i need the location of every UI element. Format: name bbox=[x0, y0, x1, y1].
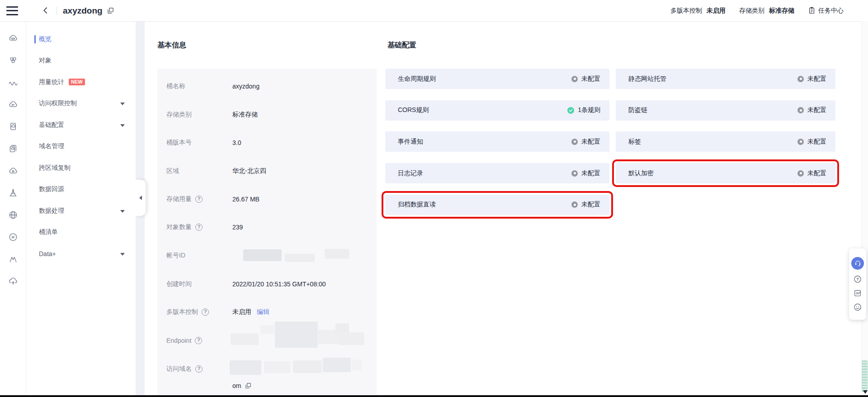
page-scrollbar-track[interactable] bbox=[862, 21, 868, 395]
sidebar-item-domain-management[interactable]: 域名管理 bbox=[26, 136, 136, 158]
info-row-value: 华北-北京四 bbox=[232, 167, 266, 175]
documents-icon[interactable] bbox=[8, 144, 18, 154]
obs-bucket-overview-page: { "header": { "title": "axyzdong", "vers… bbox=[0, 0, 868, 397]
config-card-event-notification[interactable]: 事件通知未配置 bbox=[385, 131, 609, 152]
config-status: 未配置 bbox=[571, 169, 600, 177]
feedback-form-icon[interactable] bbox=[853, 289, 862, 298]
status-not-configured-icon bbox=[797, 139, 804, 145]
svg-text:?: ? bbox=[856, 277, 859, 281]
info-row-object-count: 对象数量?239 bbox=[166, 222, 372, 232]
info-row-value: 2022/01/20 10:51:35 GMT+08:00 bbox=[232, 280, 326, 288]
sidebar-item-label: 概览 bbox=[39, 35, 52, 43]
page-scrollbar-thumb[interactable] bbox=[862, 360, 868, 392]
copy-domain-button[interactable] bbox=[245, 382, 252, 389]
redacted-blur bbox=[293, 360, 322, 373]
status-not-configured-icon bbox=[797, 107, 804, 113]
sidebar-item-label: 桶清单 bbox=[39, 228, 58, 236]
config-card-label: CORS规则 bbox=[398, 106, 429, 114]
basic-info-card: 桶名称axyzdong存储类别标准存储桶版本号3.0区域华北-北京四存储用量?2… bbox=[157, 69, 377, 397]
info-row-value-group: 标准存储 bbox=[232, 111, 258, 119]
cloud-document-icon[interactable] bbox=[8, 121, 18, 131]
config-card-label: 归档数据直读 bbox=[398, 201, 436, 209]
sidebar-item-cross-region-replication[interactable]: 跨区域复制 bbox=[26, 157, 136, 179]
task-center-label: 任务中心 bbox=[818, 7, 844, 15]
config-card-cors[interactable]: CORS规则1条规则 bbox=[385, 100, 609, 121]
config-card-archive-direct-read[interactable]: 归档数据直读未配置 bbox=[385, 195, 609, 215]
sidebar-item-data-plus[interactable]: Data+ bbox=[26, 243, 136, 265]
sidebar-item-metrics[interactable]: 用量统计NEW bbox=[26, 71, 136, 93]
back-button[interactable] bbox=[41, 6, 51, 16]
sidebar-item-back-to-source[interactable]: 数据回源 bbox=[26, 179, 136, 201]
status-not-configured-icon bbox=[797, 170, 804, 177]
help-icon[interactable]: ? bbox=[195, 196, 203, 203]
redacted-blur bbox=[243, 249, 282, 261]
info-row-label: 存储类别 bbox=[166, 111, 192, 119]
sidebar-item-basic-configurations[interactable]: 基础配置 bbox=[26, 114, 136, 136]
usage-waves-icon[interactable] bbox=[8, 77, 18, 87]
help-icon[interactable]: ? bbox=[195, 224, 203, 231]
help-icon[interactable]: ? bbox=[195, 365, 203, 373]
config-card-label: 日志记录 bbox=[398, 169, 423, 177]
help-icon[interactable]: ? bbox=[195, 337, 202, 344]
help-icon[interactable]: ? bbox=[202, 308, 209, 316]
info-row-label: 多版本控制 bbox=[166, 308, 198, 316]
info-row-value-group: axyzdong bbox=[232, 83, 259, 90]
config-card-label: 生命周期规则 bbox=[398, 75, 436, 83]
help-circle-icon[interactable]: ? bbox=[853, 275, 862, 284]
config-card-tags[interactable]: 标签未配置 bbox=[616, 131, 835, 152]
chevron-down-icon bbox=[120, 124, 125, 129]
status-not-configured-icon bbox=[571, 76, 578, 82]
info-row-label: 桶名称 bbox=[166, 82, 185, 90]
info-row-label: 存储用量 bbox=[166, 195, 192, 203]
task-center-button[interactable]: 任务中心 bbox=[808, 7, 844, 15]
config-card-logging[interactable]: 日志记录未配置 bbox=[385, 163, 609, 183]
cdn-icon[interactable] bbox=[8, 254, 18, 264]
svg-text:IP: IP bbox=[11, 236, 14, 239]
status-not-configured-icon bbox=[797, 76, 804, 82]
info-row-bucket-version: 桶版本号3.0 bbox=[166, 138, 372, 148]
smiley-icon[interactable] bbox=[853, 303, 862, 312]
config-card-label: 静态网站托管 bbox=[628, 75, 666, 83]
config-status: 未配置 bbox=[571, 75, 600, 83]
sidebar-collapse-handle[interactable] bbox=[136, 180, 146, 216]
config-card-default-encryption[interactable]: 默认加密未配置 bbox=[616, 163, 835, 183]
copy-bucket-name-button[interactable] bbox=[107, 7, 115, 15]
support-headset-icon[interactable] bbox=[851, 257, 864, 270]
config-card-referer-validation[interactable]: 防盗链未配置 bbox=[616, 100, 835, 121]
config-card-lifecycle[interactable]: 生命周期规则未配置 bbox=[385, 69, 609, 89]
resource-cluster-icon[interactable] bbox=[8, 55, 18, 65]
sidebar-item-permissions[interactable]: 访问权限控制 bbox=[26, 93, 136, 115]
info-row-storage-class: 存储类别标准存储 bbox=[166, 110, 372, 120]
chevron-down-icon bbox=[120, 253, 125, 258]
info-row-value-group: 华北-北京四 bbox=[232, 167, 266, 175]
cloud-media-icon[interactable] bbox=[8, 166, 18, 176]
sidebar-item-inventory[interactable]: 桶清单 bbox=[26, 222, 136, 243]
cloud-upload-icon[interactable] bbox=[8, 276, 18, 286]
sidebar-item-label: 数据回源 bbox=[39, 185, 64, 193]
status-not-configured-icon bbox=[571, 139, 578, 145]
versioning-label: 多版本控制 bbox=[670, 7, 702, 15]
config-status-text: 未配置 bbox=[581, 169, 600, 177]
versioning-value: 未启用 bbox=[707, 7, 726, 15]
ip-icon[interactable]: IP bbox=[8, 232, 18, 242]
config-status: 未配置 bbox=[571, 201, 600, 209]
edit-versioning-link[interactable]: 编辑 bbox=[257, 308, 269, 316]
globe-icon[interactable] bbox=[8, 210, 18, 220]
info-row-versioning: 多版本控制?未启用编辑 bbox=[166, 307, 372, 317]
status-not-configured-icon bbox=[571, 201, 578, 208]
sidebar-item-data-processing[interactable]: 数据处理 bbox=[26, 200, 136, 222]
menu-toggle-icon[interactable] bbox=[6, 6, 18, 15]
cloud-server-icon[interactable] bbox=[8, 33, 18, 43]
config-status-text: 未配置 bbox=[581, 75, 600, 83]
sidebar-item-objects[interactable]: 对象 bbox=[26, 50, 136, 72]
beacon-icon[interactable] bbox=[8, 188, 18, 198]
basic-config-title: 基础配置 bbox=[387, 41, 416, 50]
sidebar-item-label: 用量统计 bbox=[39, 78, 64, 86]
info-row-created-time: 创建时间2022/01/20 10:51:35 GMT+08:00 bbox=[166, 279, 372, 289]
basic-config-column-right: 静态网站托管未配置防盗链未配置标签未配置默认加密未配置 bbox=[616, 69, 835, 183]
config-status: 未配置 bbox=[797, 138, 826, 146]
redacted-blur bbox=[231, 333, 259, 345]
config-card-static-website[interactable]: 静态网站托管未配置 bbox=[616, 69, 835, 89]
sidebar-item-overview[interactable]: 概览 bbox=[26, 28, 136, 50]
cloud-console-icon[interactable] bbox=[8, 99, 18, 109]
